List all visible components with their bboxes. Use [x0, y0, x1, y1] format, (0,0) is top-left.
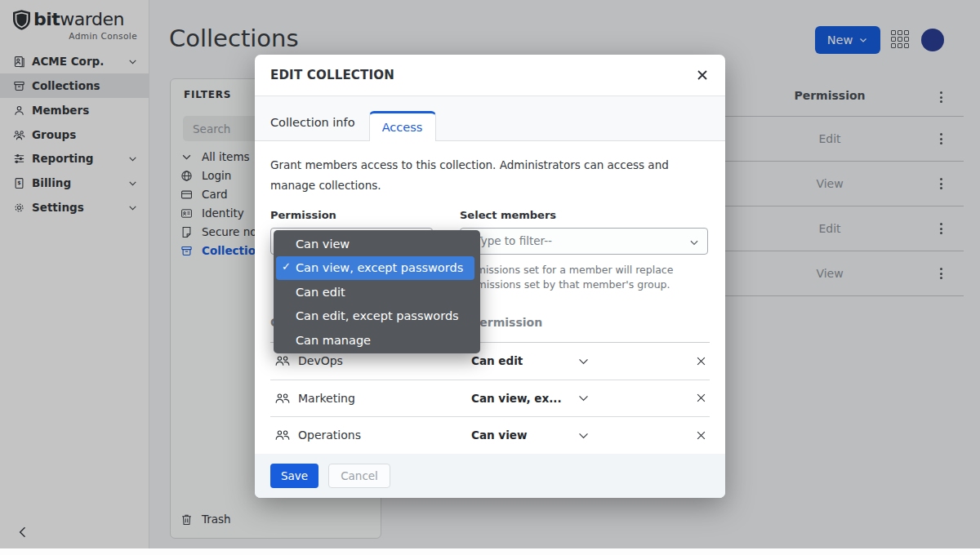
dropdown-option-label: Can view, except passwords — [296, 261, 463, 274]
select-members-field: Select members — [460, 209, 709, 255]
group-name: DevOps — [298, 354, 343, 367]
permission-label: Permission — [270, 209, 460, 221]
dropdown-option-can-edit[interactable]: Can edit — [274, 280, 480, 304]
remove-icon[interactable] — [695, 392, 707, 404]
group-icon — [274, 392, 291, 405]
group-name: Marketing — [298, 392, 355, 405]
dropdown-option-can-view-except-passwords[interactable]: ✓ Can view, except passwords — [276, 256, 474, 281]
cancel-button[interactable]: Cancel — [328, 464, 390, 488]
permission-column-header: Permission — [471, 316, 542, 329]
row-permission-value: Can view, ex... — [471, 392, 577, 405]
modal-tabs: Collection info Access — [255, 96, 725, 141]
remove-icon[interactable] — [695, 429, 707, 442]
select-members-label: Select members — [460, 209, 709, 221]
bitwarden-admin-console: bitwarden Admin Console ACME Corp. Colle… — [0, 0, 980, 555]
permissions-help-text: Permissions set for a member will replac… — [460, 263, 719, 292]
chevron-down-icon[interactable] — [577, 428, 590, 442]
chevron-down-icon[interactable] — [577, 391, 590, 405]
members-filter-input[interactable] — [460, 228, 708, 255]
group-name: Operations — [298, 428, 361, 442]
group-name-cell: Marketing — [270, 392, 471, 405]
access-description: Grant members access to this collection.… — [270, 155, 715, 196]
group-name-cell: Operations — [270, 428, 471, 442]
group-name-cell: DevOps — [270, 354, 471, 367]
check-icon: ✓ — [282, 260, 291, 273]
group-access-row: Operations Can view — [270, 417, 710, 455]
chevron-down-icon[interactable] — [577, 354, 590, 368]
save-button[interactable]: Save — [270, 464, 318, 488]
row-permission-value: Can view — [471, 428, 577, 442]
group-access-row: Marketing Can view, ex... — [270, 380, 710, 418]
group-icon — [274, 354, 291, 367]
modal-title: EDIT COLLECTION — [270, 68, 394, 82]
close-icon[interactable] — [694, 67, 710, 83]
modal-header: EDIT COLLECTION — [255, 55, 725, 96]
bottom-strip — [0, 548, 980, 555]
tab-collection-info[interactable]: Collection info — [270, 116, 355, 140]
row-permission-value: Can edit — [471, 354, 577, 367]
permission-dropdown-menu: Can view ✓ Can view, except passwords Ca… — [274, 230, 480, 353]
remove-icon[interactable] — [695, 355, 707, 367]
dropdown-option-can-manage[interactable]: Can manage — [274, 328, 480, 353]
group-icon — [274, 428, 291, 442]
tab-access[interactable]: Access — [369, 111, 436, 141]
dropdown-option-can-edit-except-passwords[interactable]: Can edit, except passwords — [274, 304, 480, 329]
modal-footer: Save Cancel — [255, 454, 725, 498]
dropdown-option-can-view[interactable]: Can view — [274, 232, 480, 256]
